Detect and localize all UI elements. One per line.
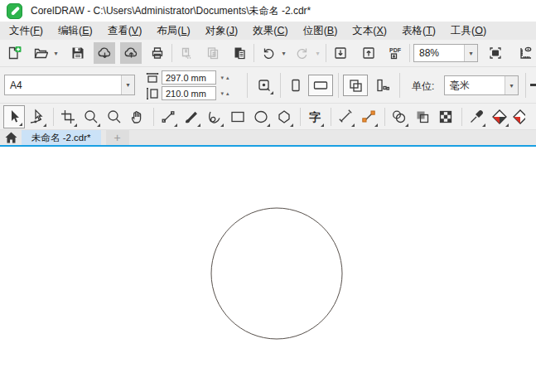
page-height-spinner[interactable]: ▾▴ — [216, 90, 236, 97]
zoom-level-combobox[interactable]: 88% ▾ — [413, 44, 478, 62]
drop-shadow-tool[interactable] — [389, 105, 410, 128]
toolbox: 字 — [0, 104, 536, 130]
page-width-spinner[interactable]: ▾▴ — [216, 75, 236, 81]
cloud-upload-icon — [123, 46, 139, 61]
page-size-dropdown-arrow[interactable]: ▾ — [121, 75, 134, 94]
property-separator — [280, 73, 281, 98]
color-eyedropper-tool[interactable] — [466, 105, 487, 128]
units-value: 毫米 — [445, 79, 505, 93]
undo-dropdown-arrow[interactable]: ▾ — [279, 50, 288, 57]
print-button[interactable] — [147, 42, 168, 64]
current-page-button[interactable] — [371, 75, 393, 96]
cloud-upload-button[interactable] — [120, 42, 142, 64]
smart-fill-tool[interactable] — [512, 105, 525, 128]
pick-tool[interactable] — [3, 105, 25, 128]
open-dropdown-arrow[interactable]: ▾ — [51, 50, 60, 57]
menu-effects[interactable]: 效果(C) — [245, 24, 295, 38]
import-button[interactable] — [330, 42, 351, 64]
pan-tool[interactable] — [127, 105, 148, 128]
cloud-download-button[interactable] — [94, 42, 115, 64]
crop-tool[interactable] — [57, 105, 79, 128]
dimension-tool[interactable] — [335, 105, 356, 128]
landscape-orientation-button[interactable] — [308, 75, 333, 96]
toolbox-separator — [384, 108, 385, 126]
page-height-field[interactable]: 210.0 mm — [162, 86, 216, 100]
units-label: 单位: — [412, 80, 434, 94]
fullscreen-preview-button[interactable] — [485, 42, 506, 64]
bspline-icon — [206, 109, 223, 125]
menu-view[interactable]: 查看(V) — [100, 24, 150, 38]
page-dimensions-group: 297.0 mm ▾▴ 210.0 mm ▾▴ — [146, 70, 244, 101]
page-size-combobox[interactable]: A4 ▾ — [4, 75, 135, 95]
portrait-orientation-button[interactable] — [285, 75, 307, 96]
pdf-icon: PDF — [387, 46, 403, 60]
interactive-fill-tool[interactable] — [489, 105, 510, 128]
copy-button[interactable] — [202, 42, 224, 64]
window-title: CorelDRAW - C:\Users\Administrator\Docum… — [31, 4, 311, 18]
ellipse-tool[interactable] — [250, 105, 272, 128]
welcome-screen-button[interactable] — [0, 130, 22, 145]
polygon-tool-icon — [276, 109, 292, 125]
pick-tool-icon — [6, 109, 22, 125]
page-size-value: A4 — [5, 80, 121, 91]
show-rulers-button[interactable] — [514, 42, 536, 64]
text-tool[interactable]: 字 — [304, 105, 326, 128]
plus-icon: + — [113, 131, 120, 144]
rectangle-tool[interactable] — [227, 105, 249, 128]
paste-button[interactable] — [229, 42, 250, 64]
connector-tool[interactable] — [358, 105, 379, 128]
polygon-tool[interactable] — [273, 105, 295, 128]
export-button[interactable] — [358, 42, 379, 64]
new-document-button[interactable] — [3, 42, 25, 64]
property-bar: A4 ▾ 297.0 mm ▾▴ 210.0 mm ▾▴ — [0, 67, 536, 104]
menu-edit[interactable]: 编辑(E) — [51, 24, 100, 38]
publish-to-pdf-button[interactable]: PDF — [384, 42, 406, 64]
open-button[interactable] — [30, 42, 51, 64]
document-tab-title: 未命名 -2.cdr* — [31, 132, 91, 144]
shape-tool[interactable] — [27, 105, 48, 128]
eyedropper-icon — [468, 109, 485, 125]
property-separator — [399, 73, 400, 98]
document-tab-active[interactable]: 未命名 -2.cdr* — [22, 130, 101, 145]
freehand-tool[interactable] — [157, 105, 179, 128]
redo-dropdown-arrow[interactable]: ▾ — [313, 50, 322, 57]
artistic-media-tool[interactable] — [181, 105, 202, 128]
drawn-circle[interactable] — [211, 208, 342, 339]
text-tool-icon: 字 — [309, 111, 321, 123]
toolbar-separator — [171, 44, 172, 62]
menu-file[interactable]: 文件(F) — [2, 24, 51, 38]
zoom-out-tool[interactable] — [104, 105, 125, 128]
transparency-tool-icon — [414, 109, 431, 125]
brush-icon — [183, 109, 200, 125]
transparency-tool[interactable] — [412, 105, 433, 128]
new-tab-button[interactable]: + — [106, 130, 129, 145]
units-combobox[interactable]: 毫米 ▾ — [444, 75, 519, 95]
menu-bitmaps[interactable]: 位图(B) — [296, 24, 345, 38]
zoom-tool[interactable] — [80, 105, 102, 128]
toolbar-separator — [409, 44, 410, 62]
redo-button[interactable] — [292, 42, 313, 64]
pattern-fill-tool[interactable] — [435, 105, 456, 128]
all-pages-button[interactable] — [343, 75, 368, 96]
menu-tools[interactable]: 工具(O) — [443, 24, 494, 38]
bspline-tool[interactable] — [204, 105, 225, 128]
coreldraw-logo-icon — [7, 3, 22, 19]
undo-button[interactable] — [258, 42, 279, 64]
save-button[interactable] — [67, 42, 89, 64]
units-dropdown-arrow[interactable]: ▾ — [505, 76, 518, 94]
menu-object[interactable]: 对象(J) — [198, 24, 246, 38]
menu-layout[interactable]: 布局(L) — [149, 24, 197, 38]
new-document-icon — [7, 46, 22, 60]
drop-shadow-icon — [391, 109, 408, 125]
drawing-canvas[interactable] — [0, 147, 536, 392]
menu-table[interactable]: 表格(T) — [394, 24, 443, 38]
snap-settings-button[interactable] — [254, 75, 275, 96]
page-width-field[interactable]: 297.0 mm — [162, 70, 216, 85]
menu-text[interactable]: 文本(X) — [345, 24, 394, 38]
cut-button[interactable] — [176, 42, 197, 64]
home-icon — [5, 132, 17, 143]
toolbox-separator — [461, 108, 462, 126]
current-page-icon — [374, 78, 389, 93]
zoom-dropdown-arrow[interactable]: ▾ — [464, 45, 477, 61]
toolbar-separator — [254, 44, 254, 62]
